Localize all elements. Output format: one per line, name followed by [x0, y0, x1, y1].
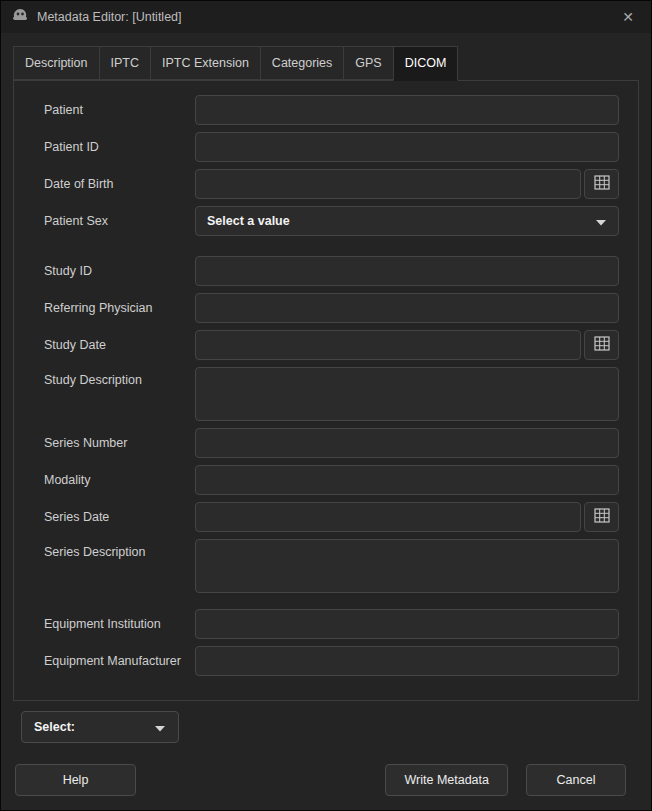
form-row: Series Number: [32, 428, 619, 458]
field-label: Equipment Manufacturer: [32, 654, 195, 668]
select-combo[interactable]: Select:: [21, 711, 179, 743]
tab-iptc[interactable]: IPTC: [99, 46, 151, 80]
field-label: Study Description: [32, 367, 195, 387]
patient-id-input[interactable]: [195, 132, 619, 162]
patient-sex-value: Select a value: [207, 214, 587, 228]
metadata-editor-window: Metadata Editor: [Untitled] ✕ Descriptio…: [0, 0, 652, 811]
study-description-textarea[interactable]: [195, 367, 619, 421]
form-row: Study Description: [32, 367, 619, 421]
field-label: Patient: [32, 103, 195, 117]
form-row: Equipment Manufacturer: [32, 646, 619, 676]
form-row: Series Description: [32, 539, 619, 593]
cancel-button[interactable]: Cancel: [526, 764, 626, 796]
tab-dicom[interactable]: DICOM: [393, 46, 459, 81]
tab-iptc-extension[interactable]: IPTC Extension: [150, 46, 261, 80]
notebook: Description IPTC IPTC Extension Categori…: [13, 46, 639, 701]
form-row: Study ID: [32, 256, 619, 286]
form-row: Modality: [32, 465, 619, 495]
calendar-icon: [594, 175, 610, 194]
form-row: Patient: [32, 95, 619, 125]
equipment-manufacturer-input[interactable]: [195, 646, 619, 676]
tab-description[interactable]: Description: [13, 46, 100, 80]
date-of-birth-calendar-button[interactable]: [584, 169, 619, 199]
field-label: Date of Birth: [32, 177, 195, 191]
form-row: Patient Sex Select a value: [32, 206, 619, 236]
field-label: Series Date: [32, 510, 195, 524]
calendar-icon: [594, 336, 610, 355]
chevron-down-icon: [595, 212, 607, 230]
series-description-textarea[interactable]: [195, 539, 619, 593]
close-icon: ✕: [622, 9, 634, 25]
title-bar: Metadata Editor: [Untitled] ✕: [1, 1, 651, 33]
tab-gps[interactable]: GPS: [343, 46, 393, 80]
field-label: Patient ID: [32, 140, 195, 154]
chevron-down-icon: [154, 718, 166, 736]
dicom-tab-panel: Patient Patient ID Date of Birth: [13, 80, 639, 701]
write-metadata-button[interactable]: Write Metadata: [385, 764, 508, 796]
study-id-input[interactable]: [195, 256, 619, 286]
date-of-birth-input[interactable]: [195, 169, 581, 199]
footer: Help Write Metadata Cancel: [1, 764, 651, 796]
tab-strip: Description IPTC IPTC Extension Categori…: [13, 46, 639, 80]
series-date-input[interactable]: [195, 502, 581, 532]
field-label: Modality: [32, 473, 195, 487]
referring-physician-input[interactable]: [195, 293, 619, 323]
study-date-calendar-button[interactable]: [584, 330, 619, 360]
form-row: Patient ID: [32, 132, 619, 162]
window-title: Metadata Editor: [Untitled]: [37, 10, 609, 24]
field-label: Series Number: [32, 436, 195, 450]
field-label: Study ID: [32, 264, 195, 278]
field-label: Series Description: [32, 539, 195, 559]
study-date-input[interactable]: [195, 330, 581, 360]
help-button[interactable]: Help: [15, 764, 136, 796]
select-combo-label: Select:: [34, 720, 146, 734]
close-button[interactable]: ✕: [617, 6, 639, 28]
equipment-institution-input[interactable]: [195, 609, 619, 639]
field-label: Study Date: [32, 338, 195, 352]
field-label: Equipment Institution: [32, 617, 195, 631]
form-row: Equipment Institution: [32, 609, 619, 639]
field-label: Patient Sex: [32, 214, 195, 228]
form-row: Study Date: [32, 330, 619, 360]
calendar-icon: [594, 508, 610, 527]
series-date-calendar-button[interactable]: [584, 502, 619, 532]
field-label: Referring Physician: [32, 301, 195, 315]
form-row: Referring Physician: [32, 293, 619, 323]
form-row: Series Date: [32, 502, 619, 532]
patient-input[interactable]: [195, 95, 619, 125]
patient-sex-select[interactable]: Select a value: [195, 206, 619, 236]
series-number-input[interactable]: [195, 428, 619, 458]
tab-categories[interactable]: Categories: [260, 46, 344, 80]
form-row: Date of Birth: [32, 169, 619, 199]
modality-input[interactable]: [195, 465, 619, 495]
app-icon: [11, 8, 29, 26]
